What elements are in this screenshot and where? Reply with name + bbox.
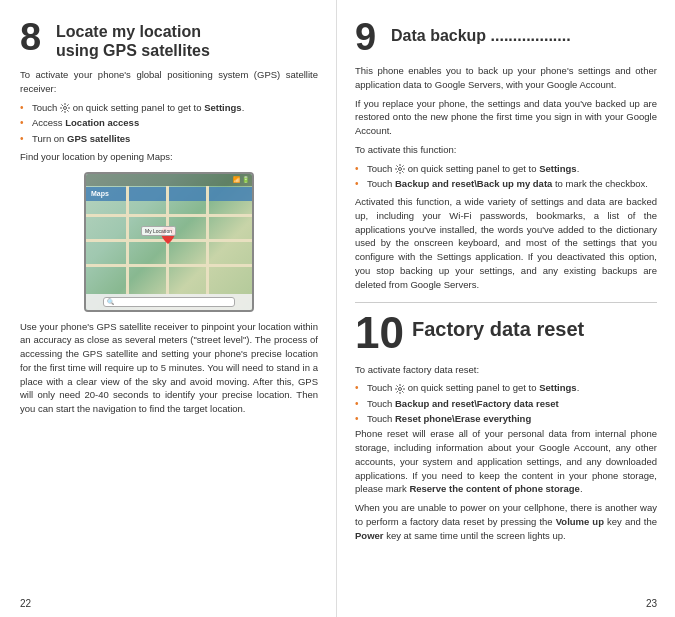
section10-para2: When you are unable to power on your cel… (355, 501, 657, 542)
section10-bullet2-text: Touch Backup and reset\Factory data rese… (367, 397, 657, 410)
section8-intro: To activate your phone's global position… (20, 68, 318, 96)
section10-para1: Phone reset will erase all of your perso… (355, 427, 657, 496)
section9-title: Data backup .................. (391, 18, 571, 45)
section8-number: 8 (20, 18, 50, 56)
section9-header: 9 Data backup .................. (355, 18, 657, 56)
section8-bullet2: • Access Location access (20, 116, 318, 129)
bullet-dot: • (355, 413, 363, 424)
section10-title: Factory data reset (412, 311, 584, 341)
section10-bullet1: • Touch on quick setting panel to get to… (355, 381, 657, 394)
section10-bullet1-text: Touch on quick setting panel to get to S… (367, 381, 657, 394)
svg-line-5 (61, 105, 62, 106)
section9-bullet2-text: Touch Backup and reset\Back up my data t… (367, 177, 657, 190)
map-road-v3 (206, 186, 209, 294)
settings-icon (60, 103, 70, 113)
map-search-bar[interactable]: 🔍 (103, 297, 236, 307)
svg-point-10 (399, 168, 402, 171)
section9-para4: Activated this function, a wide variety … (355, 195, 657, 291)
bullet-dot: • (20, 117, 28, 128)
section10-number: 10 (355, 311, 404, 355)
svg-line-16 (402, 171, 403, 172)
section8-bullet1-text: Touch on quick setting panel to get to S… (32, 101, 318, 114)
section8-bullet2-text: Access Location access (32, 116, 318, 129)
my-location-label: My Location (141, 226, 176, 236)
section10-bullet3: • Touch Reset phone\Erase everything (355, 412, 657, 425)
bullet-dot: • (355, 178, 363, 189)
svg-line-24 (396, 385, 397, 386)
section10-intro: To activate factory data reset: (355, 363, 657, 377)
section8-bullet1: • Touch on quick setting panel to get to… (20, 101, 318, 114)
section9-intro: This phone enables you to back up your p… (355, 64, 657, 92)
section9-bullet2: • Touch Backup and reset\Back up my data… (355, 177, 657, 190)
map-road-h1 (86, 214, 252, 217)
svg-point-19 (399, 387, 402, 390)
svg-line-8 (61, 110, 62, 111)
section8-bullet3-text: Turn on GPS satellites (32, 132, 318, 145)
map-road-h3 (86, 264, 252, 267)
svg-line-15 (396, 166, 397, 167)
bullet-dot: • (20, 102, 28, 113)
svg-line-17 (402, 166, 403, 167)
section9-para3: To activate this function: (355, 143, 657, 157)
section10-bullet3-text: Touch Reset phone\Erase everything (367, 412, 657, 425)
section9-para2: If you replace your phone, the settings … (355, 97, 657, 138)
phone-bottom-bar: 🔍 (86, 294, 252, 310)
bullet-dot: • (355, 163, 363, 174)
left-page-number: 22 (20, 598, 31, 609)
right-page: 9 Data backup .................. This ph… (337, 0, 675, 617)
app-name: Maps (91, 190, 109, 197)
section-divider (355, 302, 657, 303)
phone-status-bar: 📶 🔋 (86, 174, 252, 186)
section8-bullet3: • Turn on GPS satellites (20, 132, 318, 145)
bullet-dot: • (355, 382, 363, 393)
section9-number: 9 (355, 18, 385, 56)
map-label: Find your location by opening Maps: (20, 150, 318, 164)
svg-line-27 (396, 391, 397, 392)
app-title-bar: Maps (86, 187, 252, 201)
left-page: 8 Locate my location using GPS satellite… (0, 0, 337, 617)
section8-header: 8 Locate my location using GPS satellite… (20, 18, 318, 60)
page-spread: 8 Locate my location using GPS satellite… (0, 0, 675, 617)
map-road-v1 (126, 186, 129, 294)
section10-header: 10 Factory data reset (355, 311, 657, 355)
phone-screen-mockup: 📶 🔋 Maps (84, 172, 254, 312)
right-page-number: 23 (646, 598, 657, 609)
section8-description: Use your phone's GPS satellite receiver … (20, 320, 318, 416)
section9-bullet1: • Touch on quick setting panel to get to… (355, 162, 657, 175)
map-background: 📶 🔋 Maps (86, 174, 252, 310)
bullet-dot: • (355, 398, 363, 409)
svg-point-0 (64, 107, 67, 110)
section9-bullet1-text: Touch on quick setting panel to get to S… (367, 162, 657, 175)
settings-icon-3 (395, 384, 405, 394)
section10-bullet2: • Touch Backup and reset\Factory data re… (355, 397, 657, 410)
svg-line-7 (67, 105, 68, 106)
settings-icon-2 (395, 164, 405, 174)
bullet-dot: • (20, 133, 28, 144)
section8-title: Locate my location using GPS satellites (56, 18, 210, 60)
svg-line-25 (402, 391, 403, 392)
svg-line-6 (67, 110, 68, 111)
svg-line-26 (402, 385, 403, 386)
svg-line-18 (396, 171, 397, 172)
